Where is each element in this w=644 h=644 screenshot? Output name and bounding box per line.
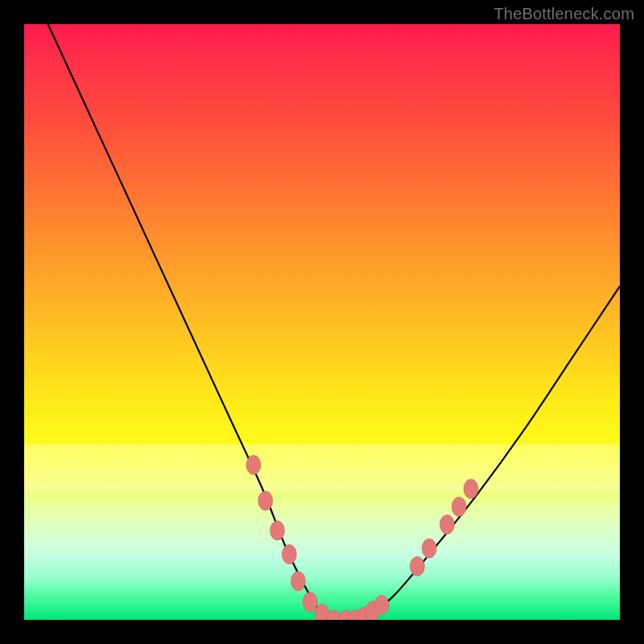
marker-point — [303, 592, 317, 612]
marker-point — [270, 521, 285, 540]
marker-point — [374, 596, 389, 615]
marker-point — [246, 456, 261, 475]
marker-point — [422, 539, 436, 558]
marker-point — [464, 479, 478, 498]
marker-point — [258, 491, 273, 510]
marker-point — [440, 515, 454, 535]
bottleneck-curve — [48, 24, 620, 620]
curve-svg — [24, 24, 620, 620]
plot-area — [24, 24, 620, 620]
chart-frame: TheBottleneck.com — [0, 0, 644, 644]
marker-point — [410, 556, 424, 576]
attribution-text: TheBottleneck.com — [493, 5, 634, 23]
marker-point — [291, 572, 305, 591]
marker-point — [452, 497, 466, 516]
marker-point — [282, 545, 296, 564]
